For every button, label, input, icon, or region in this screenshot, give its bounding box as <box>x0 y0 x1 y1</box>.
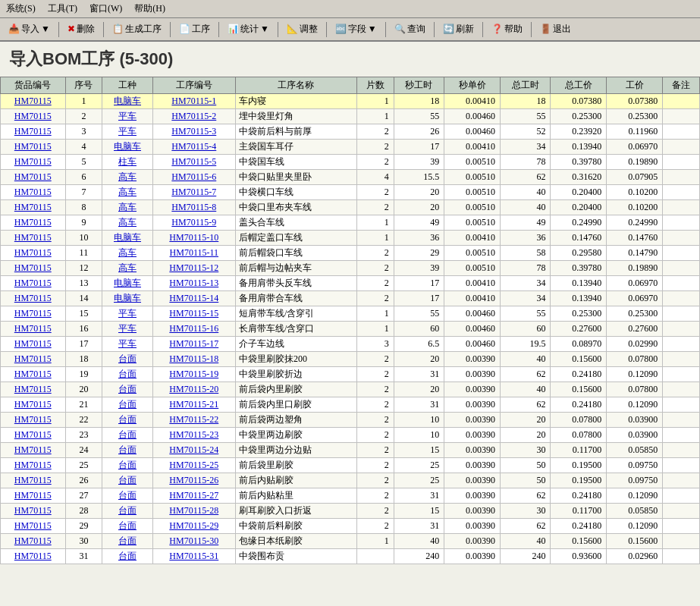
statistics-button[interactable]: 📊 统计 ▼ <box>222 20 275 38</box>
table-cell <box>663 109 700 124</box>
help-button[interactable]: ❓ 帮助 <box>486 20 528 38</box>
table-row[interactable]: HM7011527台面HM70115-27前后内贴粘里2310.00390620… <box>1 488 700 504</box>
table-cell: 20 <box>65 382 102 397</box>
table-cell <box>663 170 700 185</box>
table-row[interactable]: HM7011521台面HM70115-21前后袋内里口刷胶2310.003906… <box>1 397 700 413</box>
table-cell: 0.24180 <box>551 367 607 382</box>
table-row[interactable]: HM7011511高车HM70115-11前后帽袋口车线2290.0051058… <box>1 246 700 261</box>
table-cell: 0.00460 <box>444 124 501 140</box>
table-cell: 20 <box>394 382 444 397</box>
table-row[interactable]: HM701155柱车HM70115-5中袋国车线2390.00510780.39… <box>1 155 700 170</box>
table-row[interactable]: HM701158高车HM70115-8中袋口里布夹车线2200.00510400… <box>1 200 700 215</box>
table-cell <box>663 140 700 155</box>
table-cell: 16 <box>65 322 102 337</box>
table-cell: 电脑车 <box>102 231 152 246</box>
table-cell: 0.25300 <box>607 109 663 124</box>
table-cell: 0.12090 <box>607 367 663 382</box>
table-row[interactable]: HM7011530台面HM70115-30包缘日本纸刷胶1400.0039040… <box>1 534 700 549</box>
table-row[interactable]: HM701154电脑车HM70115-4主袋国车耳仔2170.00410340.… <box>1 140 700 155</box>
col-header-note: 备注 <box>663 77 700 94</box>
col-header-type: 工种 <box>102 77 152 94</box>
table-cell <box>663 155 700 170</box>
table-cell: 前后袋内里口刷胶 <box>235 397 356 413</box>
menu-system[interactable]: 系统(S) <box>3 2 39 16</box>
table-row[interactable]: HM7011531台面HM70115-31中袋围布贡2400.003902400… <box>1 549 700 564</box>
col-header-wage: 工价 <box>607 77 663 94</box>
table-cell: 4 <box>356 170 394 185</box>
table-cell <box>663 185 700 200</box>
table-cell: HM70115 <box>1 109 66 124</box>
table-row[interactable]: HM7011516平车HM70115-16长肩带车线/含穿口1600.00460… <box>1 322 700 337</box>
table-cell: HM70115 <box>1 443 66 458</box>
table-row[interactable]: HM7011520台面HM70115-20前后袋内里刷胶2200.0039040… <box>1 382 700 397</box>
menu-tools[interactable]: 工具(T) <box>45 2 80 16</box>
table-cell: HM70115 <box>1 246 66 261</box>
table-row[interactable]: HM701151电脑车HM70115-1车内寝1180.00410180.073… <box>1 94 700 109</box>
table-cell: 0.11960 <box>607 124 663 140</box>
field-button[interactable]: 🔤 字段 ▼ <box>330 20 382 38</box>
table-cell: 2 <box>356 382 394 397</box>
table-cell: 2 <box>356 458 394 473</box>
table-row[interactable]: HM7011518台面HM70115-18中袋里刷胶抹2002200.00390… <box>1 352 700 367</box>
sep1 <box>58 22 59 37</box>
table-cell: 62 <box>500 170 550 185</box>
table-cell <box>663 458 700 473</box>
table-row[interactable]: HM7011525台面HM70115-25前后袋里刷胶2250.00390500… <box>1 458 700 473</box>
table-row[interactable]: HM7011515平车HM70115-15短肩带车线/含穿引1550.00460… <box>1 306 700 322</box>
table-row[interactable]: HM701159高车HM70115-9盖头合车线1490.00510490.24… <box>1 215 700 231</box>
table-row[interactable]: HM7011526台面HM70115-26前后内贴刷胶2250.00390500… <box>1 473 700 488</box>
delete-button[interactable]: ✖ 删除 <box>62 20 100 38</box>
table-cell: HM70115 <box>1 200 66 215</box>
table-row[interactable]: HM7011529台面HM70115-29中袋前后料刷胶2310.0039062… <box>1 519 700 534</box>
query-button[interactable]: 🔍 查询 <box>389 20 431 38</box>
table-row[interactable]: HM7011519台面HM70115-19中袋里刷胶折边2310.0039062… <box>1 367 700 382</box>
table-row[interactable]: HM7011510电脑车HM70115-10后帽定盖口车线1360.004103… <box>1 231 700 246</box>
table-cell: 台面 <box>102 473 152 488</box>
table-row[interactable]: HM7011524台面HM70115-24中袋里两边分边贴2150.003903… <box>1 443 700 458</box>
table-cell: 7 <box>65 185 102 200</box>
table-row[interactable]: HM7011517平车HM70115-17介子车边线36.50.0046019.… <box>1 337 700 352</box>
menu-window[interactable]: 窗口(W) <box>86 2 125 16</box>
generate-button[interactable]: 📋 生成工序 <box>107 20 167 38</box>
process-button[interactable]: 📄 工序 <box>174 20 215 38</box>
table-cell <box>663 337 700 352</box>
table-cell: 台面 <box>102 397 152 413</box>
table-cell: HM70115 <box>1 382 66 397</box>
table-cell: 40 <box>500 534 550 549</box>
table-cell: 25 <box>394 458 444 473</box>
table-cell: 0.19500 <box>551 473 607 488</box>
adjust-button[interactable]: 📐 调整 <box>281 20 323 38</box>
table-row[interactable]: HM701157高车HM70115-7中袋横口车线2200.00510400.2… <box>1 185 700 200</box>
table-row[interactable]: HM701152平车HM70115-2埋中袋里灯角1550.00460550.2… <box>1 109 700 124</box>
table-cell <box>663 382 700 397</box>
refresh-button[interactable]: 🔄 刷新 <box>438 20 479 38</box>
table-row[interactable]: HM7011522台面HM70115-22前后袋两边塑角2100.0039020… <box>1 413 700 428</box>
table-cell: 中袋前后料刷胶 <box>235 519 356 534</box>
menu-help[interactable]: 帮助(H) <box>131 2 168 16</box>
table-cell: 78 <box>500 155 550 170</box>
table-container[interactable]: 货品编号 序号 工种 工序编号 工序名称 片数 秒工时 秒单价 总工时 总工价 … <box>0 77 700 606</box>
table-cell: 0.23920 <box>551 124 607 140</box>
table-cell: 台面 <box>102 488 152 504</box>
table-cell: HM70115 <box>1 231 66 246</box>
table-row[interactable]: HM7011523台面HM70115-23中袋里两边刷胶2100.0039020… <box>1 428 700 443</box>
table-row[interactable]: HM7011512高车HM70115-12前后帽与边帖夹车2390.005107… <box>1 261 700 276</box>
table-row[interactable]: HM701153平车HM70115-3中袋前后料与前厚2260.00460520… <box>1 124 700 140</box>
table-row[interactable]: HM701156高车HM70115-6中袋口贴里夹里卧415.50.005106… <box>1 170 700 185</box>
table-cell: HM70115 <box>1 519 66 534</box>
table-cell: HM70115-13 <box>152 276 235 291</box>
table-cell: 2 <box>356 428 394 443</box>
table-cell: 台面 <box>102 367 152 382</box>
exit-button[interactable]: 🚪 退出 <box>535 20 576 38</box>
table-cell: 26 <box>65 473 102 488</box>
import-button[interactable]: 📥 导入 ▼ <box>3 20 55 38</box>
table-row[interactable]: HM7011528台面HM70115-28刷耳刷胶入口折返2150.003903… <box>1 504 700 519</box>
table-cell: 短肩带车线/含穿引 <box>235 306 356 322</box>
table-row[interactable]: HM7011514电脑车HM70115-14备用肩带合车线2170.004103… <box>1 291 700 306</box>
table-cell: 62 <box>500 488 550 504</box>
table-row[interactable]: HM7011513电脑车HM70115-13备用肩带头反车线2170.00410… <box>1 276 700 291</box>
table-cell: 62 <box>500 397 550 413</box>
table-cell: 长肩带车线/含穿口 <box>235 322 356 337</box>
table-cell: 0.07380 <box>607 94 663 109</box>
table-cell: HM70115-3 <box>152 124 235 140</box>
